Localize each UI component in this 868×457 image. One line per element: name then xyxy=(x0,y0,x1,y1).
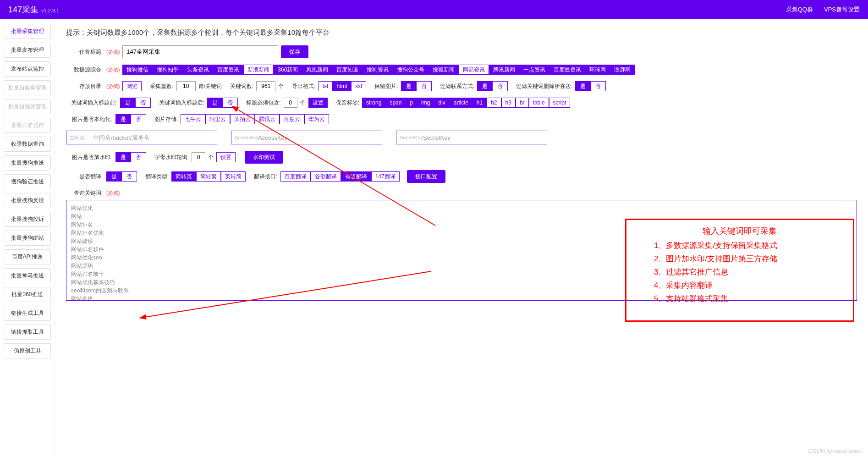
keep-tag-br[interactable]: br xyxy=(516,98,529,108)
keep-image-是[interactable]: 是 xyxy=(401,81,416,91)
source-tag-头条资讯[interactable]: 头条资讯 xyxy=(183,65,213,75)
source-tag-澎湃网[interactable]: 澎湃网 xyxy=(610,65,635,75)
watermark-否[interactable]: 否 xyxy=(131,152,146,162)
source-tag-环球网[interactable]: 环球网 xyxy=(585,65,610,75)
keep-tag-table[interactable]: table xyxy=(529,98,549,108)
must-contain-set-button[interactable]: 设置 xyxy=(308,98,328,108)
keep-tag-h1[interactable]: h1 xyxy=(472,98,487,108)
source-tag-百度知道[interactable]: 百度知道 xyxy=(332,65,363,75)
save-button[interactable]: 保存 xyxy=(281,45,308,58)
translate-type-英转简[interactable]: 英转简 xyxy=(221,171,246,182)
keyword-count-input[interactable] xyxy=(256,81,275,91)
storage-tag-又拍云[interactable]: 又拍云 xyxy=(230,114,255,124)
sidebar-item-11[interactable]: 批量搜狗绑站 xyxy=(4,231,51,246)
collect-count-input[interactable] xyxy=(176,81,196,91)
keep-tag-span[interactable]: span xyxy=(385,98,406,108)
kw-before-否[interactable]: 否 xyxy=(135,98,151,108)
keep-tag-strong[interactable]: strong xyxy=(362,98,385,108)
row-translate: 是否翻译: 是否 翻译类型: 简转英简转繁英转简 翻译接口: 百度翻译谷歌翻译有… xyxy=(66,170,857,183)
storage-tag-腾讯云[interactable]: 腾讯云 xyxy=(255,114,280,124)
source-tag-新浪新闻[interactable]: 新浪新闻 xyxy=(243,65,274,75)
sidebar-item-6[interactable]: 收录数据查询 xyxy=(4,137,51,152)
app-version: v1.2.9.1 xyxy=(41,8,59,13)
filter-contact-是[interactable]: 是 xyxy=(477,81,492,91)
link-vps-settings[interactable]: VPS拨号设置 xyxy=(824,6,860,14)
main-panel: 提示：关键词数最多1000个，采集数据源多个轮训，每个关键词最多采集10篇每个平… xyxy=(55,19,868,457)
sidebar-item-5: 批量排名监控 xyxy=(4,118,51,133)
translate-api-147翻译[interactable]: 147翻译 xyxy=(371,171,400,182)
source-tag-网易资讯[interactable]: 网易资讯 xyxy=(459,65,489,75)
translate-api-百度翻译[interactable]: 百度翻译 xyxy=(280,171,311,182)
link-qq-group[interactable]: 采集QQ群 xyxy=(786,6,813,14)
sidebar-item-0[interactable]: 批量采集管理 xyxy=(4,24,51,39)
sidebar-item-13[interactable]: 批量神马推送 xyxy=(4,268,51,283)
watermark-test-button[interactable]: 水印测试 xyxy=(245,151,283,164)
sidebar-item-4: 批量短视频管理 xyxy=(4,99,51,114)
keywords-textarea[interactable] xyxy=(66,200,857,301)
format-tag-txt[interactable]: txt xyxy=(319,81,333,91)
translate-api-config-button[interactable]: 接口配置 xyxy=(407,170,445,183)
translate-type-简转英[interactable]: 简转英 xyxy=(171,171,196,182)
kw-after-否[interactable]: 否 xyxy=(222,98,238,108)
translate-api-有道翻译[interactable]: 有道翻译 xyxy=(341,171,371,182)
must-contain-input[interactable] xyxy=(284,98,297,108)
source-tag-360新闻[interactable]: 360新闻 xyxy=(274,65,302,75)
storage-tag-七牛云[interactable]: 七牛云 xyxy=(181,114,205,124)
filter-kw-para-是[interactable]: 是 xyxy=(575,81,590,91)
keep-image-否[interactable]: 否 xyxy=(416,81,432,91)
row-watermark: 图片是否加水印: 是否 字母水印轮询: 个 设置 水印测试 xyxy=(66,151,857,164)
source-tag-搜狗资讯[interactable]: 搜狗资讯 xyxy=(363,65,393,75)
img-local-是[interactable]: 是 xyxy=(115,114,131,124)
source-tag-搜狗公众号[interactable]: 搜狗公众号 xyxy=(393,65,429,75)
storage-tag-阿里云[interactable]: 阿里云 xyxy=(205,114,230,124)
browse-button[interactable]: 浏览 xyxy=(122,81,142,91)
watermark-alpha-set[interactable]: 设置 xyxy=(216,152,236,162)
source-tag-搜狗知乎[interactable]: 搜狗知乎 xyxy=(153,65,183,75)
source-tag-百度最资讯[interactable]: 百度最资讯 xyxy=(549,65,585,75)
sidebar-item-8[interactable]: 搜狗验证推送 xyxy=(4,174,51,189)
keep-tag-script[interactable]: script xyxy=(549,98,571,108)
translate-api-谷歌翻译[interactable]: 谷歌翻译 xyxy=(311,171,341,182)
format-tag-html[interactable]: html xyxy=(332,81,351,91)
sidebar-item-12[interactable]: 百度API推送 xyxy=(4,249,51,264)
sidebar-item-16[interactable]: 链接抓取工具 xyxy=(4,325,51,340)
filter-kw-para-否[interactable]: 否 xyxy=(590,81,606,91)
sidebar-item-9[interactable]: 批量搜狗反馈 xyxy=(4,193,51,208)
sidebar-item-2[interactable]: 发布站点监控 xyxy=(4,61,51,77)
translate-type-简转繁[interactable]: 简转繁 xyxy=(196,171,221,182)
keep-tag-div[interactable]: div xyxy=(434,98,449,108)
source-tag-百度资讯[interactable]: 百度资讯 xyxy=(213,65,243,75)
watermark-是[interactable]: 是 xyxy=(115,152,131,162)
source-tag-凤凰新闻[interactable]: 凤凰新闻 xyxy=(302,65,332,75)
top-header: 147采集 v1.2.9.1 采集QQ群 VPS拨号设置 xyxy=(0,0,868,19)
keep-tag-img[interactable]: img xyxy=(417,98,434,108)
translate-否[interactable]: 否 xyxy=(121,171,137,182)
img-local-否[interactable]: 否 xyxy=(131,114,146,124)
sidebar-item-10[interactable]: 批量搜狗投诉 xyxy=(4,212,51,227)
storage-tag-百度云[interactable]: 百度云 xyxy=(280,114,304,124)
keep-tag-p[interactable]: p xyxy=(406,98,417,108)
filter-contact-否[interactable]: 否 xyxy=(492,81,508,91)
sidebar-item-15[interactable]: 链接生成工具 xyxy=(4,306,51,321)
sidebar-item-14[interactable]: 批量360推送 xyxy=(4,287,51,302)
format-tag-xxf[interactable]: xxf xyxy=(351,81,366,91)
source-tag-一点资讯[interactable]: 一点资讯 xyxy=(519,65,549,75)
sidebar-item-1[interactable]: 批量发布管理 xyxy=(4,43,51,58)
kw-before-是[interactable]: 是 xyxy=(120,98,135,108)
source-tag-搜狗微信[interactable]: 搜狗微信 xyxy=(122,65,153,75)
source-tag-腾讯新闻[interactable]: 腾讯新闻 xyxy=(489,65,519,75)
source-tag-搜狐新闻[interactable]: 搜狐新闻 xyxy=(429,65,459,75)
watermark-alpha-input[interactable] xyxy=(192,152,205,162)
storage-tag-华为云[interactable]: 华为云 xyxy=(304,114,329,124)
translate-是[interactable]: 是 xyxy=(106,171,121,182)
keep-tag-h3[interactable]: h3 xyxy=(501,98,516,108)
sidebar-item-17[interactable]: 伪原创工具 xyxy=(4,343,51,358)
sidebar-item-3: 批量自媒体管理 xyxy=(4,80,51,95)
keep-tag-article[interactable]: article xyxy=(450,98,472,108)
kw-after-是[interactable]: 是 xyxy=(207,98,222,108)
row-keyword-insert: 关键词插入标题前: 是否 关键词插入标题后: 是否 标题必须包含: 个 设置 保… xyxy=(66,98,857,108)
bucket-input[interactable] xyxy=(66,131,217,144)
keep-tag-h2[interactable]: h2 xyxy=(487,98,501,108)
sidebar-item-7[interactable]: 批量搜狗推送 xyxy=(4,155,51,171)
task-title-input[interactable] xyxy=(122,45,278,58)
